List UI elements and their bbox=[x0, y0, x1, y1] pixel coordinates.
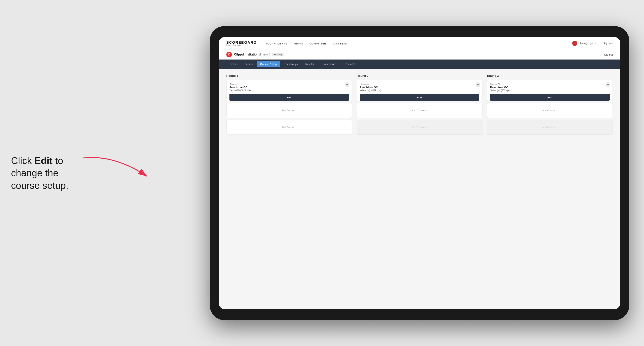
round-3-column: Round 3 (Course A) Peachtree GC Yellow (… bbox=[487, 74, 613, 137]
round-3-add-course-2-text: Add Course bbox=[542, 126, 555, 129]
main-content: Round 1 (Course A) Peachtree GC Yellow (… bbox=[219, 69, 620, 309]
round-2-column: Round 2 (Course A) Peachtree GC Yellow (… bbox=[356, 74, 482, 137]
tournament-logo: C bbox=[226, 52, 232, 57]
round-3-edit-button[interactable]: Edit bbox=[490, 94, 610, 101]
cancel-button[interactable]: Cancel bbox=[604, 53, 613, 56]
round-1-edit-button[interactable]: Edit bbox=[230, 94, 349, 101]
round-1-column: Round 1 (Course A) Peachtree GC Yellow (… bbox=[226, 74, 352, 137]
tournament-left: C Clippd Invitational (Men) Hosting bbox=[226, 52, 284, 57]
nav-link-rankings[interactable]: RANKINGS bbox=[332, 42, 347, 45]
round-3-course-label: (Course A) bbox=[490, 83, 610, 85]
round-2-add-plus-1: + bbox=[426, 109, 427, 112]
round-2-add-plus-2: + bbox=[426, 126, 427, 129]
nav-link-teams[interactable]: TEAMS bbox=[294, 42, 303, 45]
nav-link-committee[interactable]: COMMITTEE bbox=[310, 42, 326, 45]
round-1-course-card: (Course A) Peachtree GC Yellow (M) (6629… bbox=[226, 80, 352, 101]
logo-sub-text: Powered by clippd bbox=[226, 44, 256, 46]
rounds-container: Round 1 (Course A) Peachtree GC Yellow (… bbox=[226, 74, 613, 137]
round-3-add-course-1-text: Add Course bbox=[542, 109, 555, 112]
top-navigation: SCOREBOARD Powered by clippd TOURNAMENTS… bbox=[219, 37, 620, 50]
tab-results[interactable]: Results bbox=[302, 61, 317, 67]
nav-right: blair@clippd.io | Sign out bbox=[572, 41, 613, 46]
round-2-course-name: Peachtree GC bbox=[360, 86, 479, 89]
tournament-name: Clippd Invitational bbox=[234, 53, 261, 56]
tournament-header: C Clippd Invitational (Men) Hosting Canc… bbox=[219, 50, 620, 59]
round-3-course-details: Yellow (M) (6629 yds) bbox=[490, 89, 610, 92]
round-1-course-label: (Course A) bbox=[230, 83, 349, 85]
round-1-add-course-2[interactable]: Add Course + bbox=[226, 120, 352, 135]
svg-rect-3 bbox=[607, 84, 609, 85]
tablet-frame: SCOREBOARD Powered by clippd TOURNAMENTS… bbox=[210, 26, 629, 320]
sub-tabs: Details Teams Course Setup Tee Groups Re… bbox=[219, 59, 620, 69]
user-avatar bbox=[572, 41, 578, 46]
round-3-add-course-1[interactable]: Add Course + bbox=[487, 103, 613, 118]
nav-left: SCOREBOARD Powered by clippd TOURNAMENTS… bbox=[226, 41, 347, 46]
tab-printables[interactable]: Printables bbox=[342, 61, 360, 67]
round-1-add-course-1-text: Add Course bbox=[282, 109, 294, 112]
tablet-screen: SCOREBOARD Powered by clippd TOURNAMENTS… bbox=[219, 37, 620, 309]
tab-teams[interactable]: Teams bbox=[242, 61, 256, 67]
round-3-course-card: (Course A) Peachtree GC Yellow (M) (6629… bbox=[487, 80, 613, 101]
round-1-delete-icon[interactable] bbox=[345, 82, 349, 87]
scoreboard-logo: SCOREBOARD Powered by clippd bbox=[226, 41, 256, 46]
round-2-course-card: (Course A) Peachtree GC Yellow (M) (6629… bbox=[356, 80, 482, 101]
round-3-title: Round 3 bbox=[487, 74, 613, 78]
tab-course-setup[interactable]: Course Setup bbox=[257, 61, 280, 67]
round-3-add-course-2: Add Course + bbox=[487, 120, 613, 135]
hosting-badge: Hosting bbox=[272, 53, 284, 56]
logo-main-text: SCOREBOARD bbox=[226, 41, 256, 44]
round-1-add-plus-2: + bbox=[295, 126, 297, 129]
round-2-edit-button[interactable]: Edit bbox=[360, 94, 479, 101]
svg-rect-1 bbox=[346, 84, 348, 85]
round-1-course-details: Yellow (M) (6629 yds) bbox=[230, 89, 349, 92]
round-1-add-plus-1: + bbox=[295, 109, 297, 112]
round-3-add-plus-2: + bbox=[556, 126, 558, 129]
round-3-add-plus-1: + bbox=[556, 109, 558, 112]
instruction-bold: Edit bbox=[34, 155, 52, 166]
tab-tee-groups[interactable]: Tee Groups bbox=[281, 61, 301, 67]
round-2-title: Round 2 bbox=[356, 74, 482, 78]
svg-rect-2 bbox=[477, 84, 478, 85]
tab-leaderboards[interactable]: Leaderboards bbox=[318, 61, 340, 67]
round-3-delete-icon[interactable] bbox=[606, 82, 610, 87]
separator: | bbox=[600, 42, 600, 45]
round-1-title: Round 1 bbox=[226, 74, 352, 78]
user-email: blair@clippd.io bbox=[580, 42, 597, 45]
round-1-add-course-2-text: Add Course bbox=[282, 126, 294, 129]
round-2-add-course-2: Add Course + bbox=[356, 120, 482, 135]
round-2-add-course-2-text: Add Course bbox=[412, 126, 425, 129]
sign-out-link[interactable]: Sign out bbox=[603, 42, 613, 45]
round-1-course-name: Peachtree GC bbox=[230, 86, 349, 89]
nav-link-tournaments[interactable]: TOURNAMENTS bbox=[266, 42, 287, 45]
arrow-indicator bbox=[77, 153, 160, 185]
instruction-text: Click Edit tochange thecourse setup. bbox=[11, 154, 68, 192]
round-2-add-course-1[interactable]: Add Course + bbox=[356, 103, 482, 118]
round-2-add-course-1-text: Add Course bbox=[412, 109, 425, 112]
round-2-course-label: (Course A) bbox=[360, 83, 479, 85]
round-3-course-name: Peachtree GC bbox=[490, 86, 610, 89]
nav-links: TOURNAMENTS TEAMS COMMITTEE RANKINGS bbox=[266, 42, 347, 45]
tab-details[interactable]: Details bbox=[226, 61, 241, 67]
round-2-course-details: Yellow (M) (6629 yds) bbox=[360, 89, 479, 92]
tournament-gender: (Men) bbox=[263, 53, 270, 56]
round-1-add-course-1[interactable]: Add Course + bbox=[226, 103, 352, 118]
round-2-delete-icon[interactable] bbox=[476, 82, 480, 87]
